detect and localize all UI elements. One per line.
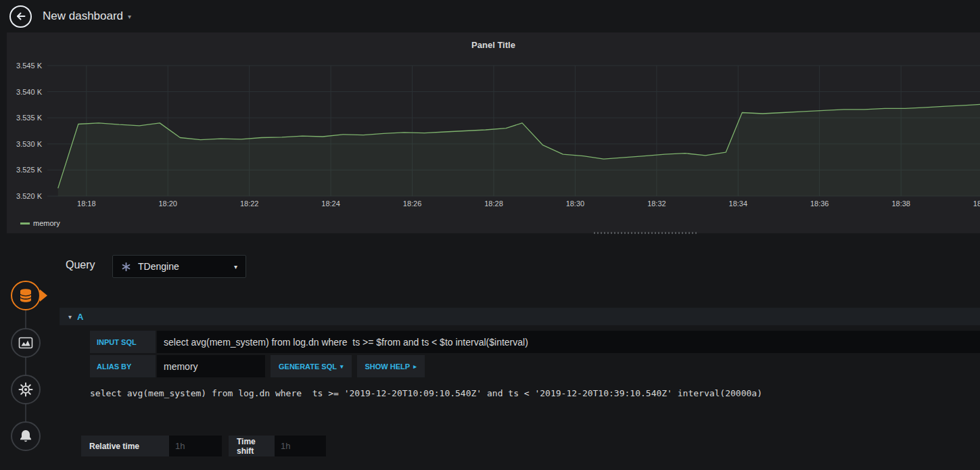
svg-text:3.545 K: 3.545 K xyxy=(16,62,43,70)
input-sql-field[interactable] xyxy=(157,331,980,353)
bell-icon xyxy=(18,428,34,444)
back-button[interactable] xyxy=(9,5,32,28)
horizontal-scrollbar[interactable] xyxy=(594,232,697,234)
legend-item-memory[interactable]: memory xyxy=(20,219,60,227)
chevron-right-icon: ▸ xyxy=(413,363,417,370)
alias-by-row: ALIAS BY GENERATE SQL ▾ SHOW HELP ▸ xyxy=(90,355,980,377)
tab-alert[interactable] xyxy=(11,421,41,451)
svg-text:3.540 K: 3.540 K xyxy=(16,88,43,96)
chevron-down-icon: ▾ xyxy=(234,263,237,271)
query-section-title: Query xyxy=(66,259,95,271)
legend-color-swatch xyxy=(20,222,30,225)
alias-by-label: ALIAS BY xyxy=(90,355,156,377)
tab-general[interactable] xyxy=(11,375,41,404)
datasource-picker[interactable]: TDengine ▾ xyxy=(112,255,246,278)
active-tab-pointer-icon xyxy=(40,289,47,302)
svg-text:18:36: 18:36 xyxy=(810,199,829,208)
svg-text:3.520 K: 3.520 K xyxy=(16,192,43,200)
svg-text:18:38: 18:38 xyxy=(891,199,910,208)
alias-by-field[interactable] xyxy=(157,355,265,377)
svg-text:18:32: 18:32 xyxy=(647,199,666,208)
input-sql-label: INPUT SQL xyxy=(90,331,156,353)
tab-queries[interactable] xyxy=(11,281,41,310)
svg-text:18:22: 18:22 xyxy=(240,199,259,208)
legend-series-label: memory xyxy=(33,219,60,227)
top-bar: New dashboard ▾ xyxy=(0,0,980,32)
back-arrow-icon xyxy=(16,11,26,22)
svg-text:3.525 K: 3.525 K xyxy=(16,166,43,174)
tab-rail-line xyxy=(25,296,26,436)
show-help-button[interactable]: SHOW HELP ▸ xyxy=(357,355,425,377)
gear-icon xyxy=(18,381,34,398)
svg-text:18:30: 18:30 xyxy=(566,199,585,208)
relative-time-field[interactable] xyxy=(169,436,222,456)
svg-text:18:18: 18:18 xyxy=(77,199,96,208)
relative-time-label: Relative time xyxy=(81,436,169,456)
show-help-button-label: SHOW HELP xyxy=(365,362,411,371)
chevron-down-icon: ▾ xyxy=(128,13,131,20)
svg-text:18:24: 18:24 xyxy=(321,199,340,208)
collapse-caret-icon: ▾ xyxy=(68,313,72,321)
generate-sql-button-label: GENERATE SQL xyxy=(279,362,337,371)
svg-text:18:40: 18:40 xyxy=(973,199,980,208)
svg-text:3.535 K: 3.535 K xyxy=(16,114,43,122)
query-row-header[interactable]: ▾ A xyxy=(60,308,980,325)
database-icon xyxy=(18,287,34,304)
tdengine-icon xyxy=(121,262,131,272)
generated-sql-text: select avg(mem_system) from log.dn where… xyxy=(90,388,762,398)
dashboard-title[interactable]: New dashboard xyxy=(43,9,123,23)
svg-text:18:34: 18:34 xyxy=(729,199,748,208)
svg-text:3.530 K: 3.530 K xyxy=(16,140,43,148)
chart-icon xyxy=(18,335,34,351)
query-ref-id: A xyxy=(77,312,83,322)
svg-text:18:28: 18:28 xyxy=(484,199,503,208)
time-shift-field[interactable] xyxy=(275,436,326,456)
generate-sql-button[interactable]: GENERATE SQL ▾ xyxy=(271,355,352,377)
input-sql-row: INPUT SQL xyxy=(90,331,980,353)
svg-text:18:20: 18:20 xyxy=(158,199,177,208)
time-shift-label: Time shift xyxy=(229,436,275,456)
chevron-down-icon: ▾ xyxy=(340,363,344,370)
tab-visualization[interactable] xyxy=(11,328,41,358)
panel-title[interactable]: Panel Title xyxy=(7,40,980,50)
time-series-chart: 3.520 K3.525 K3.530 K3.535 K3.540 K3.545… xyxy=(7,32,980,233)
datasource-name: TDengine xyxy=(138,261,234,272)
time-options-row: Relative time Time shift xyxy=(81,436,326,456)
graph-panel: 3.520 K3.525 K3.530 K3.535 K3.540 K3.545… xyxy=(7,32,980,233)
svg-text:18:26: 18:26 xyxy=(403,199,422,208)
